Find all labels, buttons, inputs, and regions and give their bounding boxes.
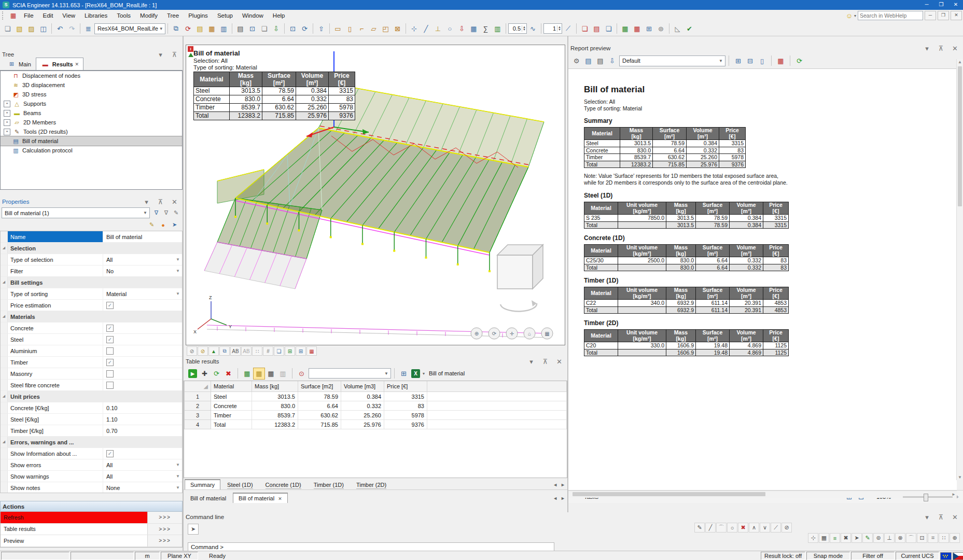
menu-edit[interactable]: Edit bbox=[38, 11, 58, 20]
color-icon[interactable]: ● bbox=[158, 220, 168, 230]
menu-libraries[interactable]: Libraries bbox=[80, 11, 112, 20]
close-icon[interactable]: ✕ bbox=[553, 356, 565, 368]
tree-item-tools-2d-results-[interactable]: +✎Tools (2D results) bbox=[1, 127, 182, 136]
checkbox[interactable] bbox=[106, 382, 114, 389]
tabs-prev-icon[interactable]: ◄ bbox=[553, 482, 557, 487]
opening-icon[interactable]: ⊠ bbox=[392, 23, 403, 35]
calculate-icon[interactable]: ∑ bbox=[480, 23, 492, 35]
settings-icon[interactable]: ⚙ bbox=[570, 55, 582, 67]
brush-icon[interactable]: ✎ bbox=[147, 220, 157, 230]
action-refresh[interactable]: Refresh>>> bbox=[1, 512, 182, 524]
tree-item-2d-members[interactable]: +▱2D Members bbox=[1, 118, 182, 127]
column-icon[interactable]: ▯ bbox=[344, 23, 356, 35]
save-all-icon[interactable]: ◫ bbox=[37, 23, 49, 35]
export-report-icon[interactable]: ⇩ bbox=[606, 55, 618, 67]
excel-dropdown-icon[interactable]: ▾ bbox=[423, 371, 425, 376]
tab-close-icon[interactable]: ✕ bbox=[75, 62, 79, 67]
pin-icon[interactable]: ⊼ bbox=[539, 356, 551, 368]
property-row-timber-kg[interactable]: Timber [€/kg]0.70 bbox=[1, 425, 182, 437]
beam-icon[interactable]: ▭ bbox=[332, 23, 344, 35]
property-row-show-warnings[interactable]: Show warningsAll▼ bbox=[1, 471, 182, 482]
send-icon[interactable]: ➤ bbox=[170, 220, 179, 230]
gallery-icon[interactable]: ▦ bbox=[206, 23, 218, 35]
check-icon[interactable]: ✔ bbox=[683, 23, 695, 35]
plate-icon[interactable]: ▱ bbox=[368, 23, 380, 35]
table-edit-icon[interactable]: ⊞ bbox=[296, 346, 306, 356]
close-button[interactable]: ✕ bbox=[948, 0, 963, 10]
navigation-cube[interactable] bbox=[497, 245, 543, 311]
property-row-type-of-selection[interactable]: Type of selectionAll▼ bbox=[1, 254, 182, 265]
report-hscrollbar[interactable]: ► bbox=[568, 491, 957, 498]
checkbox[interactable] bbox=[106, 347, 114, 355]
property-row-show-information-about[interactable]: Show Information about ...✓ bbox=[1, 448, 182, 459]
tree-item-3d-stress[interactable]: ◩3D stress bbox=[1, 90, 182, 99]
tab-close-icon[interactable]: ✕ bbox=[278, 496, 282, 501]
checkbox[interactable]: ✓ bbox=[106, 336, 114, 343]
table-color-icon[interactable]: ▦ bbox=[306, 346, 317, 356]
sheet-tab-timber-1d-[interactable]: Timber (1D) bbox=[308, 479, 350, 489]
property-value[interactable]: ✓ bbox=[103, 448, 182, 459]
zoom-slider-thumb[interactable] bbox=[924, 494, 928, 501]
column-header-surface-m2-[interactable]: Surface [m2] bbox=[298, 381, 341, 392]
status-current-ucs[interactable]: Current UCS bbox=[896, 552, 939, 560]
sheet-tab-steel-1d-[interactable]: Steel (1D) bbox=[221, 479, 259, 489]
action-table-results[interactable]: Table results>>> bbox=[1, 524, 182, 536]
run-icon[interactable]: ▶ bbox=[188, 369, 197, 378]
angle-tool-icon[interactable]: ∧ bbox=[749, 523, 759, 533]
table-row[interactable]: 2Concrete830.06.640.33283 bbox=[185, 401, 567, 411]
freehand-icon[interactable]: ✎ bbox=[694, 523, 705, 533]
snap-edit-icon[interactable]: ✎ bbox=[862, 533, 873, 543]
snap-intersect-icon[interactable]: ⊗ bbox=[895, 533, 905, 543]
country-flag-icon[interactable] bbox=[953, 552, 963, 560]
filter-doc-icon[interactable]: ∇ bbox=[151, 208, 161, 218]
status-unit[interactable]: m bbox=[135, 552, 160, 560]
refresh-table-icon[interactable]: ⟳ bbox=[211, 368, 222, 380]
properties-object-combo[interactable]: Bill of material (1) ▼ bbox=[2, 207, 150, 218]
search-table-icon[interactable]: ⊙ bbox=[296, 368, 308, 380]
labels-on-icon[interactable]: AB bbox=[230, 346, 241, 356]
slope-tool-icon[interactable]: ⟋ bbox=[771, 523, 781, 533]
language-flag-icon[interactable] bbox=[940, 552, 952, 560]
property-row-concrete-kg[interactable]: Concrete [€/kg]0.10 bbox=[1, 402, 182, 414]
result-count-spinner[interactable]: 1 ▲▼ bbox=[543, 23, 562, 34]
results-icon[interactable]: ▥ bbox=[492, 23, 504, 35]
dropdown-arrow-icon[interactable]: ▼ bbox=[176, 257, 180, 262]
menu-tree[interactable]: Tree bbox=[162, 11, 184, 20]
table-row[interactable]: 3Timber8539.7630.6225.2605978 bbox=[185, 411, 567, 420]
update-icon[interactable]: ⟳ bbox=[182, 23, 194, 35]
rotate-view-button[interactable]: ⟳ bbox=[489, 328, 500, 339]
calculation-report-icon[interactable]: ▤ bbox=[591, 23, 603, 35]
refresh-report-icon[interactable]: ⟳ bbox=[793, 55, 805, 67]
menu-modify[interactable]: Modify bbox=[135, 11, 162, 20]
grid-dots-icon[interactable]: ∷ bbox=[939, 533, 949, 543]
expand-icon[interactable]: + bbox=[4, 101, 10, 107]
webhelp-search-input[interactable] bbox=[858, 11, 923, 20]
mdi-minimize-button[interactable]: ─ bbox=[925, 11, 936, 20]
home-view-button[interactable]: ⌂ bbox=[524, 328, 535, 339]
doc-tab-1[interactable]: Bill of material bbox=[185, 493, 232, 503]
snap-tangent-icon[interactable]: ⌒ bbox=[906, 533, 916, 543]
doc-tab-2[interactable]: Bill of material✕ bbox=[233, 493, 288, 503]
shell-icon[interactable]: ◰ bbox=[380, 23, 392, 35]
property-row-steel[interactable]: Steel✓ bbox=[1, 334, 182, 345]
select-results-icon[interactable]: ▲ bbox=[208, 346, 219, 356]
fit-page-icon[interactable]: ▯ bbox=[756, 55, 768, 67]
copy-picture-icon[interactable]: ⧉ bbox=[219, 346, 230, 356]
status-plane[interactable]: Plane XY bbox=[161, 552, 198, 560]
snap-point-icon[interactable]: ⊹ bbox=[808, 533, 818, 543]
layers-view-button[interactable]: ▦ bbox=[541, 328, 553, 339]
mdi-close-button[interactable]: ✕ bbox=[951, 11, 962, 20]
no-draw-icon[interactable]: ⊘ bbox=[781, 523, 792, 533]
print-icon[interactable]: ▤ bbox=[234, 23, 246, 35]
property-value[interactable]: 1.10 bbox=[103, 414, 182, 425]
collapse-icon[interactable]: ▾ bbox=[525, 356, 537, 368]
undo-icon[interactable]: ↶ bbox=[54, 23, 66, 35]
doc-tabs-prev-icon[interactable]: ◄ bbox=[553, 496, 557, 501]
action-more-button[interactable]: >>> bbox=[147, 535, 182, 547]
pin-icon[interactable]: ⊼ bbox=[155, 196, 166, 208]
dropdown-arrow-icon[interactable]: ▼ bbox=[176, 485, 180, 490]
table-settings-icon[interactable]: ▦ bbox=[775, 55, 787, 67]
checkbox[interactable]: ✓ bbox=[106, 302, 114, 309]
library-icon[interactable]: ▤ bbox=[194, 23, 206, 35]
table-green-icon[interactable]: ▦ bbox=[619, 23, 631, 35]
